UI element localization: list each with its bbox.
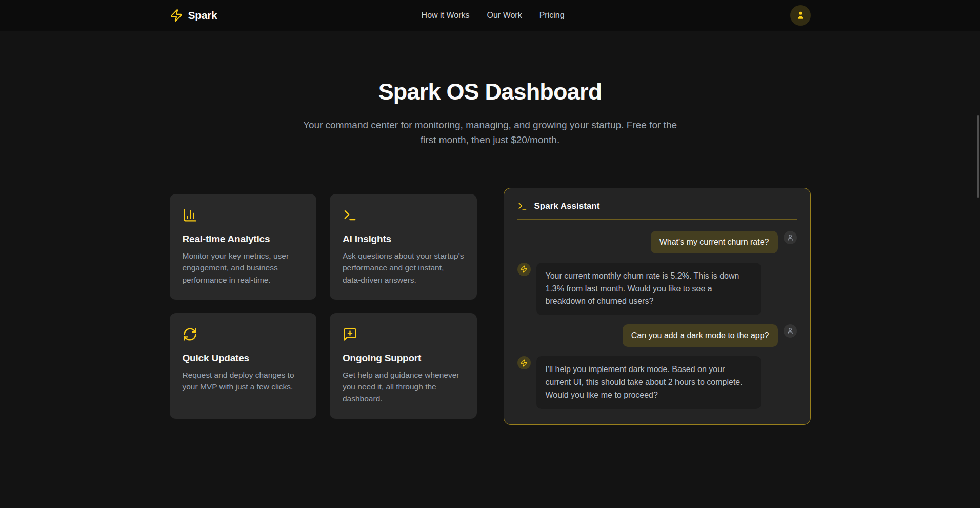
terminal-icon xyxy=(343,208,357,223)
spark-assistant-panel: Spark Assistant What's my current churn … xyxy=(504,188,811,425)
feature-card-ongoing-support: Ongoing Support Get help and guidance wh… xyxy=(330,313,477,419)
bar-chart-icon xyxy=(183,208,197,223)
page-title: Spark OS Dashboard xyxy=(0,79,980,105)
main-content: Real-time Analytics Monitor your key met… xyxy=(170,188,811,425)
user-icon xyxy=(787,327,794,335)
assistant-avatar xyxy=(517,356,531,369)
feature-card-quick-updates: Quick Updates Request and deploy changes… xyxy=(170,313,317,419)
assistant-panel-header: Spark Assistant xyxy=(517,201,797,220)
nav-link-our-work[interactable]: Our Work xyxy=(487,11,522,20)
landing-page: Spark How it Works Our Work Pricing Spar… xyxy=(0,0,980,508)
chat-message-user: What's my current churn rate? xyxy=(517,231,797,253)
refresh-icon xyxy=(183,327,197,342)
hero-section: Spark OS Dashboard Your command center f… xyxy=(0,31,980,148)
chat-message-assistant: Your current monthly churn rate is 5.2%.… xyxy=(517,263,797,315)
feature-description: Request and deploy changes to your MVP w… xyxy=(183,369,304,393)
assistant-message-bubble: I'll help you implement dark mode. Based… xyxy=(536,356,761,408)
assistant-avatar xyxy=(517,263,531,276)
brand-label: Spark xyxy=(188,9,217,22)
feature-title: AI Insights xyxy=(343,233,464,245)
top-nav: Spark How it Works Our Work Pricing xyxy=(0,0,980,31)
user-icon xyxy=(787,234,794,241)
feature-description: Monitor your key metrics, user engagemen… xyxy=(183,250,304,286)
page-subtitle: Your command center for monitoring, mana… xyxy=(295,118,685,148)
feature-description: Ask questions about your startup's perfo… xyxy=(343,250,464,286)
feature-title: Real-time Analytics xyxy=(183,233,304,245)
chat-message-user: Can you add a dark mode to the app? xyxy=(517,324,797,347)
assistant-panel-title: Spark Assistant xyxy=(534,201,600,211)
user-message-bubble: What's my current churn rate? xyxy=(651,231,778,253)
account-avatar-button[interactable] xyxy=(790,5,811,26)
nav-link-how-it-works[interactable]: How it Works xyxy=(422,11,470,20)
feature-cards: Real-time Analytics Monitor your key met… xyxy=(170,194,477,419)
zap-icon xyxy=(520,265,528,273)
chat-messages: What's my current churn rate? Your curre… xyxy=(517,231,797,409)
feature-description: Get help and guidance whenever you need … xyxy=(343,369,464,405)
feature-card-ai-insights: AI Insights Ask questions about your sta… xyxy=(330,194,477,300)
user-icon xyxy=(795,10,806,21)
message-square-plus-icon xyxy=(343,327,357,342)
feature-title: Quick Updates xyxy=(183,353,304,364)
zap-icon xyxy=(170,9,183,22)
terminal-icon xyxy=(517,201,528,211)
user-avatar xyxy=(784,324,797,338)
brand[interactable]: Spark xyxy=(170,9,217,22)
zap-icon xyxy=(520,359,528,367)
chat-message-assistant: I'll help you implement dark mode. Based… xyxy=(517,356,797,408)
user-avatar xyxy=(784,231,797,244)
vertical-scrollbar-thumb[interactable] xyxy=(977,115,979,198)
feature-title: Ongoing Support xyxy=(343,353,464,364)
user-message-bubble: Can you add a dark mode to the app? xyxy=(623,324,778,347)
feature-card-realtime-analytics: Real-time Analytics Monitor your key met… xyxy=(170,194,317,300)
nav-link-pricing[interactable]: Pricing xyxy=(539,11,565,20)
nav-links: How it Works Our Work Pricing xyxy=(422,11,565,20)
assistant-message-bubble: Your current monthly churn rate is 5.2%.… xyxy=(536,263,761,315)
